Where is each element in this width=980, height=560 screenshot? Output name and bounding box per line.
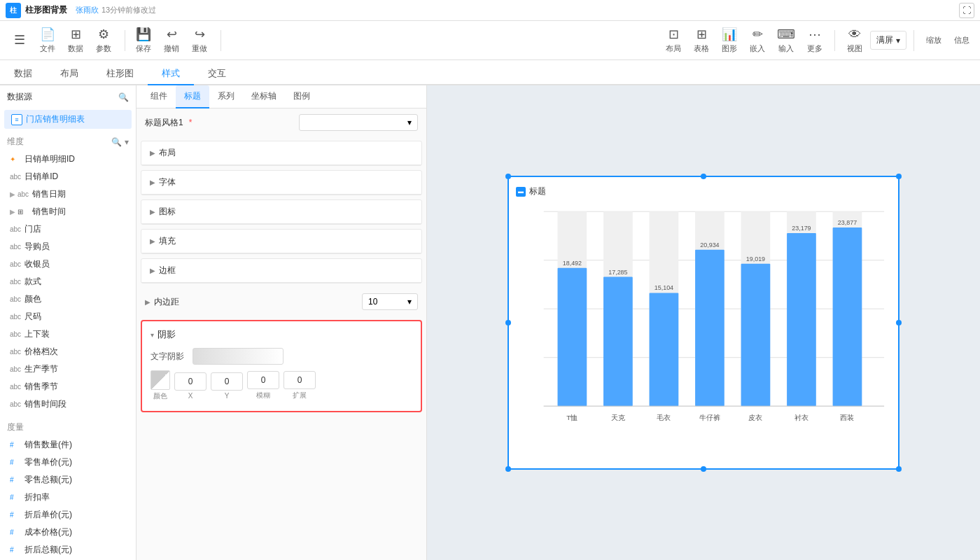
subtab-series[interactable]: 系列 <box>209 85 243 108</box>
measure-item[interactable]: # 折后单价(元) <box>0 506 136 524</box>
shadow-blur-input[interactable] <box>247 371 279 389</box>
measure-item[interactable]: # 成本价格(元) <box>0 524 136 541</box>
field-item[interactable]: abc 尺码 <box>0 308 136 326</box>
resize-handle-right[interactable] <box>896 320 902 326</box>
field-item[interactable]: abc 销售季节 <box>0 378 136 396</box>
measure-item[interactable]: # 销售数量(件) <box>0 436 136 454</box>
shadow-x-input[interactable] <box>174 372 206 391</box>
field-item[interactable]: abc 颜色 <box>0 290 136 308</box>
tab-interaction[interactable]: 交互 <box>194 63 240 85</box>
svg-text:23,877: 23,877 <box>838 219 857 226</box>
field-type-icon: abc <box>10 243 21 251</box>
tab-style[interactable]: 样式 <box>148 63 194 85</box>
field-item[interactable]: abc 收银员 <box>0 255 136 273</box>
measure-icon: # <box>10 546 21 554</box>
measure-name: 销售数量(件) <box>24 439 72 451</box>
shadow-y-wrapper: Y <box>211 372 243 400</box>
table-button[interactable]: ⊞ 表格 <box>689 24 714 57</box>
tab-layout[interactable]: 布局 <box>46 63 92 85</box>
resize-handle-top[interactable] <box>701 174 706 179</box>
datasource-item[interactable]: ≡ 门店销售明细表 <box>4 110 132 129</box>
fullscreen-button[interactable]: 满屏 ▾ <box>870 31 906 50</box>
field-item[interactable]: abc 生产季节 <box>0 360 136 378</box>
text-shadow-row: 文字阴影 <box>150 348 412 365</box>
expand-arrow[interactable]: ▶ <box>10 190 15 198</box>
measure-item[interactable]: # 折扣率 <box>0 489 136 506</box>
tab-data[interactable]: 数据 <box>0 63 46 85</box>
svg-rect-22 <box>741 264 771 406</box>
titlebar: 柱 柱形图背景 张雨欣 13分钟前修改过 ⛶ <box>0 0 980 21</box>
title-style-select[interactable]: ▾ <box>299 114 418 131</box>
modified-time: 13分钟前修改过 <box>102 5 156 15</box>
border-section-header[interactable]: ▶ 边框 <box>141 259 421 283</box>
shadow-color-picker[interactable] <box>150 370 170 390</box>
field-item[interactable]: ▶ abc 销售日期 <box>0 186 136 203</box>
shadow-blur-wrapper: 模糊 <box>247 371 279 400</box>
more-button[interactable]: ⋯ 更多 <box>802 24 827 57</box>
inner-distance-select[interactable]: 10 ▾ <box>362 293 418 310</box>
fill-section-header[interactable]: ▶ 填充 <box>141 230 421 253</box>
resize-handle-left[interactable] <box>505 320 511 326</box>
expand-label: 扩展 <box>293 391 307 400</box>
resize-handle-bottom-left[interactable] <box>505 466 511 472</box>
measure-item[interactable]: # 零售单价(元) <box>0 454 136 471</box>
measure-icon: # <box>10 458 21 466</box>
y-label: Y <box>225 392 230 400</box>
text-shadow-label: 文字阴影 <box>150 351 192 363</box>
toolbar-action-group: 💾 保存 ↩ 撤销 ↪ 重做 <box>130 24 214 57</box>
chart-button[interactable]: 📊 图形 <box>717 24 742 57</box>
field-item[interactable]: abc 日销单ID <box>0 168 136 186</box>
embed-icon: ✏ <box>752 27 763 42</box>
section-arrow: ▶ <box>150 149 155 157</box>
shadow-arrow[interactable]: ▾ <box>150 331 154 339</box>
resize-handle-bottom-mid[interactable] <box>701 466 706 472</box>
resize-handle-bottom-right[interactable] <box>896 466 902 472</box>
measure-name: 折扣率 <box>24 491 50 503</box>
redo-button[interactable]: ↪ 重做 <box>186 24 214 57</box>
menu-button[interactable]: ☰ <box>6 24 34 57</box>
subtab-legend[interactable]: 图例 <box>285 85 318 108</box>
icon-section-header[interactable]: ▶ 图标 <box>141 200 421 224</box>
view-button[interactable]: 👁 视图 <box>842 24 867 57</box>
chart-container[interactable]: ▬ 标题 18,492 T恤 17,285 <box>507 176 899 470</box>
field-name: 款式 <box>24 276 41 288</box>
field-item[interactable]: abc 销售时间段 <box>0 396 136 413</box>
subtab-axis[interactable]: 坐标轴 <box>243 85 285 108</box>
dimension-expand-icon[interactable]: ▾ <box>125 137 129 147</box>
field-item[interactable]: ▶ ⊞ 销售时间 <box>0 203 136 220</box>
layout-section-header[interactable]: ▶ 布局 <box>141 141 421 165</box>
measure-item[interactable]: # 折后总额(元) <box>0 541 136 559</box>
svg-text:17,285: 17,285 <box>608 269 627 276</box>
dimension-search-icon[interactable]: 🔍 <box>111 137 122 147</box>
font-section-header[interactable]: ▶ 字体 <box>141 171 421 195</box>
measure-item[interactable]: # 零售总额(元) <box>0 471 136 489</box>
subtab-component[interactable]: 组件 <box>142 85 176 108</box>
field-item[interactable]: abc 价格档次 <box>0 343 136 360</box>
subtab-title[interactable]: 标题 <box>176 85 209 108</box>
zoom-button[interactable]: 缩放 <box>921 24 946 57</box>
layout-button[interactable]: ⊡ 布局 <box>661 24 686 57</box>
svg-text:T恤: T恤 <box>566 414 578 421</box>
maximize-button[interactable]: ⛶ <box>959 3 974 18</box>
params-button[interactable]: ⚙ 参数 <box>90 24 118 57</box>
field-item[interactable]: ✦ 日销单明细ID <box>0 150 136 168</box>
field-item[interactable]: abc 门店 <box>0 220 136 238</box>
embed-button[interactable]: ✏ 嵌入 <box>745 24 770 57</box>
save-button[interactable]: 💾 保存 <box>130 24 158 57</box>
field-item[interactable]: abc 款式 <box>0 273 136 290</box>
toolbar: ☰ 📄 文件 ⊞ 数据 ⚙ 参数 💾 保存 ↩ 撤销 ↪ 重做 <box>0 21 980 60</box>
file-button[interactable]: 📄 文件 <box>34 24 62 57</box>
shadow-y-input[interactable] <box>211 372 243 391</box>
layout-section: ▶ 布局 <box>141 141 422 166</box>
field-item[interactable]: abc 上下装 <box>0 326 136 343</box>
tab-chart[interactable]: 柱形图 <box>92 63 148 85</box>
undo-button[interactable]: ↩ 撤销 <box>158 24 186 57</box>
data-button[interactable]: ⊞ 数据 <box>62 24 90 57</box>
expand-arrow[interactable]: ▶ <box>10 208 15 216</box>
field-item[interactable]: abc 导购员 <box>0 238 136 255</box>
datasource-search-icon[interactable]: 🔍 <box>118 92 129 102</box>
shadow-preview[interactable] <box>192 348 284 365</box>
info-button[interactable]: 信息 <box>949 24 974 57</box>
shadow-expand-input[interactable] <box>284 371 316 389</box>
input-button[interactable]: ⌨ 输入 <box>773 24 799 57</box>
